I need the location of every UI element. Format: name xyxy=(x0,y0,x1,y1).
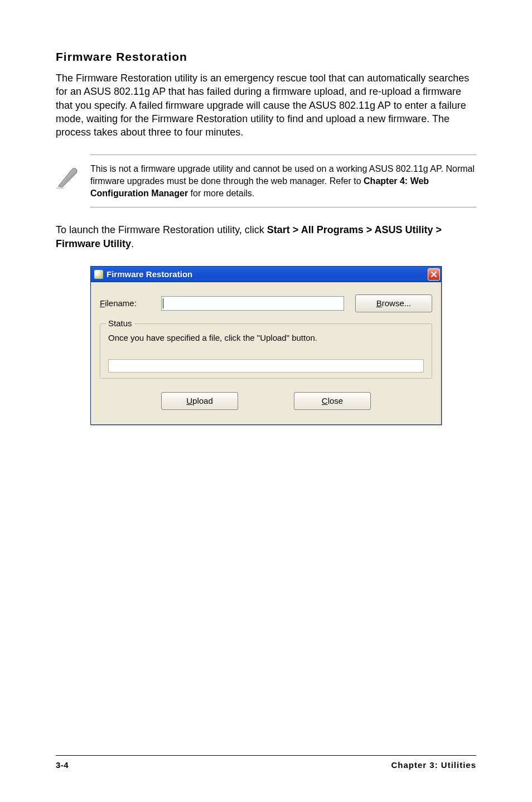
page-footer: 3-4 Chapter 3: Utilities xyxy=(56,755,476,770)
filename-label-rest: ilename: xyxy=(105,298,137,308)
filename-row: Filename: Browse... xyxy=(100,294,432,312)
status-groupbox: Status Once you have specified a file, c… xyxy=(100,323,432,379)
dialog-button-row: Upload Close xyxy=(100,390,432,414)
section-heading: Firmware Restoration xyxy=(56,50,476,64)
upload-button[interactable]: Upload xyxy=(161,392,238,410)
dialog-title: Firmware Restoration xyxy=(107,269,428,279)
upload-rest: pload xyxy=(192,396,213,405)
browse-hotkey: B xyxy=(376,298,382,308)
close-button[interactable] xyxy=(428,268,440,281)
pencil-icon xyxy=(56,165,80,190)
footer-chapter: Chapter 3: Utilities xyxy=(391,760,476,770)
instruction-pre: To launch the Firmware Restoration utili… xyxy=(56,224,267,235)
filename-hotkey: F xyxy=(100,298,105,308)
filename-label: Filename: xyxy=(100,298,161,308)
note-divider-bottom xyxy=(90,207,476,207)
note-text-post: for more details. xyxy=(188,189,254,198)
text-caret xyxy=(163,298,163,308)
dialog-titlebar[interactable]: Firmware Restoration xyxy=(91,267,441,282)
close-hotkey: C xyxy=(322,396,328,405)
note-divider-top xyxy=(90,154,476,155)
status-legend: Status xyxy=(106,318,134,328)
app-icon xyxy=(94,270,103,279)
status-text: Once you have specified a file, click th… xyxy=(108,333,424,342)
close-dialog-button[interactable]: Close xyxy=(294,392,371,410)
close-rest: lose xyxy=(328,396,344,405)
close-icon xyxy=(431,271,437,278)
instruction-text: To launch the Firmware Restoration utili… xyxy=(56,223,476,250)
instruction-post: . xyxy=(131,238,134,249)
filename-input[interactable] xyxy=(161,296,344,311)
browse-button[interactable]: Browse... xyxy=(355,294,432,312)
browse-rest: rowse... xyxy=(382,298,412,308)
note-text: This is not a firmware upgrade utility a… xyxy=(90,160,476,204)
progress-bar xyxy=(108,359,424,373)
section-paragraph: The Firmware Restoration utility is an e… xyxy=(56,71,476,139)
footer-page-number: 3-4 xyxy=(56,760,69,770)
firmware-restoration-dialog: Firmware Restoration Filename: Browse...… xyxy=(90,266,442,425)
note-block: This is not a firmware upgrade utility a… xyxy=(56,160,476,204)
upload-hotkey: U xyxy=(186,396,192,405)
dialog-body: Filename: Browse... Status Once you have… xyxy=(91,282,441,424)
svg-point-0 xyxy=(56,187,65,190)
